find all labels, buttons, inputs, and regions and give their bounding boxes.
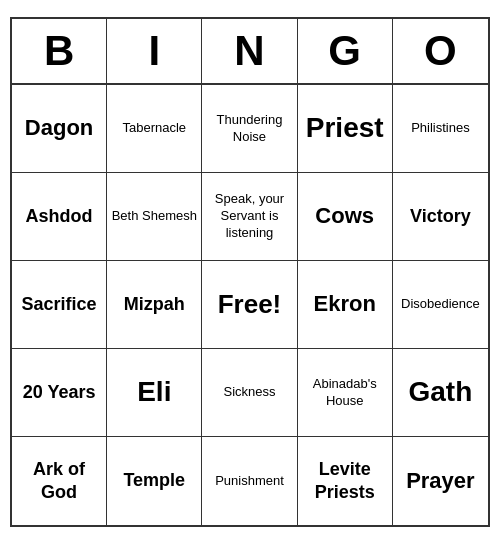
header-letter: B (12, 19, 107, 83)
header-letter: G (298, 19, 393, 83)
bingo-header: BINGO (12, 19, 488, 85)
cell-text: Temple (123, 469, 185, 492)
bingo-cell[interactable]: Cows (298, 173, 393, 261)
bingo-cell[interactable]: Thundering Noise (202, 85, 297, 173)
bingo-cell[interactable]: Sickness (202, 349, 297, 437)
bingo-cell[interactable]: Sacrifice (12, 261, 107, 349)
cell-text: Free! (218, 288, 282, 322)
cell-text: Sacrifice (22, 293, 97, 316)
bingo-cell[interactable]: Ashdod (12, 173, 107, 261)
header-letter: I (107, 19, 202, 83)
cell-text: Punishment (215, 473, 284, 490)
bingo-cell[interactable]: Punishment (202, 437, 297, 525)
header-letter: O (393, 19, 488, 83)
bingo-cell[interactable]: Prayer (393, 437, 488, 525)
cell-text: Sickness (223, 384, 275, 401)
cell-text: Ark of God (16, 458, 102, 505)
cell-text: Prayer (406, 467, 475, 496)
bingo-cell[interactable]: Priest (298, 85, 393, 173)
cell-text: Speak, your Servant is listening (206, 191, 292, 242)
cell-text: Eli (137, 374, 171, 410)
cell-text: Beth Shemesh (112, 208, 197, 225)
cell-text: Priest (306, 110, 384, 146)
cell-text: Gath (409, 374, 473, 410)
cell-text: Ekron (314, 290, 376, 319)
bingo-card: BINGO DagonTabernacleThundering NoisePri… (10, 17, 490, 527)
cell-text: Thundering Noise (206, 112, 292, 146)
bingo-cell[interactable]: Tabernacle (107, 85, 202, 173)
bingo-cell[interactable]: Temple (107, 437, 202, 525)
cell-text: Abinadab's House (302, 376, 388, 410)
bingo-cell[interactable]: Beth Shemesh (107, 173, 202, 261)
bingo-cell[interactable]: Speak, your Servant is listening (202, 173, 297, 261)
cell-text: Disobedience (401, 296, 480, 313)
cell-text: Mizpah (124, 293, 185, 316)
bingo-cell[interactable]: 20 Years (12, 349, 107, 437)
cell-text: Levite Priests (302, 458, 388, 505)
bingo-cell[interactable]: Mizpah (107, 261, 202, 349)
bingo-grid: DagonTabernacleThundering NoisePriestPhi… (12, 85, 488, 525)
bingo-cell[interactable]: Gath (393, 349, 488, 437)
bingo-cell[interactable]: Dagon (12, 85, 107, 173)
cell-text: Cows (315, 202, 374, 231)
cell-text: Ashdod (26, 205, 93, 228)
cell-text: Philistines (411, 120, 470, 137)
bingo-cell[interactable]: Levite Priests (298, 437, 393, 525)
bingo-cell[interactable]: Victory (393, 173, 488, 261)
cell-text: Victory (410, 205, 471, 228)
bingo-cell[interactable]: Ekron (298, 261, 393, 349)
bingo-cell[interactable]: Disobedience (393, 261, 488, 349)
cell-text: 20 Years (23, 381, 96, 404)
cell-text: Tabernacle (122, 120, 186, 137)
bingo-cell[interactable]: Abinadab's House (298, 349, 393, 437)
cell-text: Dagon (25, 114, 93, 143)
bingo-cell[interactable]: Philistines (393, 85, 488, 173)
header-letter: N (202, 19, 297, 83)
bingo-cell[interactable]: Eli (107, 349, 202, 437)
bingo-cell[interactable]: Ark of God (12, 437, 107, 525)
bingo-cell[interactable]: Free! (202, 261, 297, 349)
